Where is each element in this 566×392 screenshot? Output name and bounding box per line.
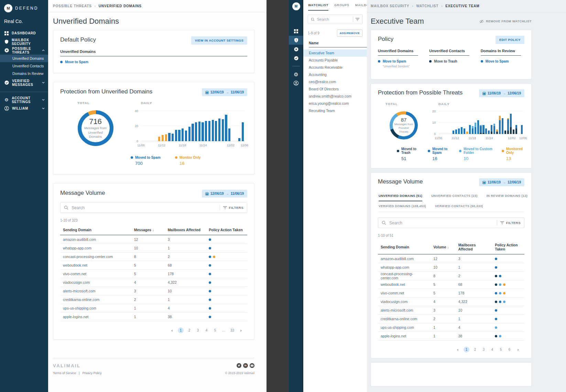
edit-policy-button[interactable]: EDIT POLICY: [496, 36, 524, 44]
filters-button[interactable]: FILTERS: [223, 206, 243, 210]
page-button[interactable]: 1: [464, 347, 469, 352]
prev-page-button[interactable]: ‹: [169, 327, 175, 333]
table-row[interactable]: concast-processing-center.com82: [378, 271, 524, 280]
table-row[interactable]: apple-logins.net138: [60, 312, 247, 321]
date-range-picker[interactable]: 12/06/19 → 11/06/19: [202, 88, 247, 96]
table-row[interactable]: ups-us-shipping.com14: [378, 323, 524, 332]
tab-watchlist[interactable]: WATCHLIST: [308, 3, 328, 11]
watchlist-item[interactable]: ceo@realco.com: [303, 78, 367, 86]
page-button[interactable]: 33: [229, 327, 235, 333]
col-volume[interactable]: Volume ↓: [431, 241, 455, 254]
breadcrumb-mailbox-security[interactable]: MAILBOX SECURITY: [371, 4, 409, 8]
privacy-link[interactable]: Privacy Policy: [82, 371, 101, 375]
sidebar-item-account-settings[interactable]: ⚙ ACCOUNT SETTINGS: [0, 96, 48, 104]
table-row[interactable]: alerts-microsoft.com310: [60, 287, 247, 295]
table-row[interactable]: viadocusign.com44,322: [378, 297, 524, 306]
next-page-button[interactable]: ›: [515, 347, 521, 352]
rail-user-button[interactable]: [289, 79, 303, 88]
page-button[interactable]: 3: [481, 347, 487, 352]
table-row[interactable]: amazon-audibill.com123: [60, 235, 247, 244]
table-row[interactable]: whatspp-app.com101: [378, 263, 524, 271]
table-row[interactable]: vivo-comm.net5178: [60, 269, 247, 278]
table-row[interactable]: amazon-audibill.com123: [378, 254, 524, 263]
tab-groups[interactable]: GROUPS: [334, 3, 349, 11]
sidebar-item-dashboard[interactable]: DASHBOARD: [0, 29, 48, 37]
table-row[interactable]: weboutlook.net568: [378, 280, 524, 289]
tab-unverified-domains[interactable]: UNVERIFIED DOMAINS (51): [379, 191, 422, 201]
col-policy-action[interactable]: Policy Action Taken: [206, 226, 247, 235]
add-remove-button[interactable]: ADD/REMOVE: [337, 30, 362, 37]
rail-account-settings-button[interactable]: ⚙: [289, 70, 303, 79]
tab-verified-contacts[interactable]: VERIFIED CONTACTS (50,333): [435, 201, 483, 212]
sidebar-item-mailbox-security[interactable]: MAILBOX SECURITY: [0, 37, 48, 46]
table-row[interactable]: creditkarna-online.com21: [378, 314, 524, 323]
twitter-icon[interactable]: [237, 363, 241, 368]
page-button[interactable]: 5: [212, 327, 218, 333]
col-messages[interactable]: Messages ↓: [131, 226, 165, 235]
terms-link[interactable]: Terms of Service: [53, 371, 76, 375]
page-button[interactable]: 2: [186, 327, 192, 333]
table-row[interactable]: viadocusign.com44,322: [60, 278, 247, 287]
prev-page-button[interactable]: ‹: [455, 347, 461, 352]
rail-possible-threats-button[interactable]: [289, 45, 303, 54]
page-button[interactable]: 4: [489, 347, 495, 352]
watchlist-item[interactable]: Accounting: [303, 71, 367, 78]
col-sending-domain[interactable]: Sending Domain: [378, 241, 431, 254]
next-page-button[interactable]: ›: [238, 327, 244, 333]
remove-from-watchlist-button[interactable]: REMOVE FROM WATCHLIST: [479, 20, 532, 23]
tab-verified-domains[interactable]: VERIFIED DOMAINS (108,453): [379, 201, 426, 212]
name-column-header[interactable]: Name: [309, 41, 367, 47]
filters-button[interactable]: FILTERS: [500, 221, 521, 225]
search-input[interactable]: [72, 205, 217, 210]
table-row[interactable]: whatspp-app.com101: [60, 244, 247, 252]
col-policy-action[interactable]: Policy Action Taken: [492, 241, 524, 254]
table-row[interactable]: apple-logins.net138: [378, 332, 524, 340]
breadcrumb-parent[interactable]: POSSIBLE THREATS: [53, 4, 92, 8]
filter-icon[interactable]: [356, 18, 359, 21]
sidebar-item-unverified-contacts[interactable]: Unverified Contacts: [0, 62, 48, 70]
sidebar-item-verified-messages[interactable]: VERIFIED MESSAGES: [0, 78, 48, 87]
page-button[interactable]: 3: [195, 327, 201, 333]
table-row[interactable]: weboutlook.net568: [60, 261, 247, 269]
search-input[interactable]: [389, 221, 494, 225]
defend-logo-icon[interactable]: M: [292, 2, 300, 10]
sidebar-item-unverified-domains[interactable]: Unverified Domains: [0, 55, 48, 62]
sidebar-item-possible-threats[interactable]: POSSIBLE THREATS: [0, 46, 48, 55]
sidebar-item-domains-in-review[interactable]: Domains In Review: [0, 70, 48, 77]
date-range-picker[interactable]: 11/06/19 → 12/06/19: [479, 178, 524, 186]
view-in-account-settings-button[interactable]: VIEW IN ACCOUNT SETTINGS: [191, 36, 247, 45]
watchlist-item[interactable]: Recruiting Team: [303, 107, 367, 114]
rail-mailbox-security-button[interactable]: [289, 36, 303, 45]
page-button[interactable]: …: [221, 327, 227, 333]
rail-dashboard-button[interactable]: [289, 27, 303, 36]
watchlist-item[interactable]: Accounts Payable: [303, 57, 367, 64]
watchlist-item[interactable]: Accounts Receivable: [303, 64, 367, 71]
table-row[interactable]: ups-us-shipping.com14: [60, 304, 247, 312]
sidebar-item-user[interactable]: WILLIAM: [0, 104, 48, 113]
rail-verified-messages-button[interactable]: [289, 54, 303, 63]
table-row[interactable]: creditkarna-online.com21: [60, 295, 247, 304]
date-range-picker[interactable]: 11/06/19 → 12/06/19: [479, 89, 524, 97]
page-button[interactable]: 4: [204, 327, 209, 333]
table-row[interactable]: alerts-microsoft.com310: [378, 306, 524, 314]
watchlist-item[interactable]: Board Of Directors: [303, 86, 367, 93]
page-button[interactable]: 5: [498, 347, 504, 352]
date-range-picker[interactable]: 12/06/19 → 11/06/19: [202, 190, 247, 198]
watchlist-item[interactable]: Executive Team: [303, 49, 367, 57]
linkedin-icon[interactable]: in: [243, 363, 248, 368]
breadcrumb-watchlist[interactable]: WATCHLIST: [416, 4, 438, 8]
table-row[interactable]: concast-processing-center.com82: [60, 252, 247, 261]
tab-in-review-domains[interactable]: IN REVIEW DOMAINS (12): [487, 191, 527, 201]
email-icon[interactable]: [250, 363, 254, 368]
page-button[interactable]: 1: [178, 327, 184, 333]
table-row[interactable]: vivo-comm.net5178: [378, 289, 524, 297]
tab-unverified-contacts[interactable]: UNVERIFIED CONTACTS (23): [431, 191, 477, 201]
watchlist-item[interactable]: erica.young@realco.com: [303, 100, 367, 107]
page-button[interactable]: 6: [507, 347, 512, 352]
page-button[interactable]: 2: [472, 347, 478, 352]
col-mailboxes-affected[interactable]: Mailboxes Affected: [165, 226, 206, 235]
col-mailboxes-affected[interactable]: Mailboxes Affected: [456, 241, 492, 254]
watchlist-item[interactable]: andrew.smith@realco.com: [303, 93, 367, 100]
col-sending-domain[interactable]: Sending Domain: [60, 226, 131, 235]
watchlist-search-input[interactable]: [317, 17, 350, 21]
